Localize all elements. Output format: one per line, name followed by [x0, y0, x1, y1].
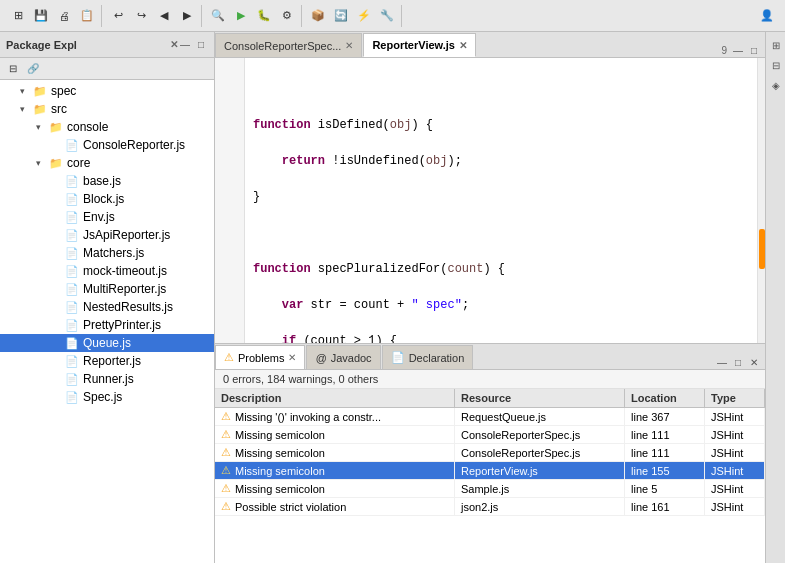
- problem-resource-6: json2.js: [455, 498, 625, 515]
- tree-item-consolereporter[interactable]: ▸ 📄 ConsoleReporter.js: [0, 136, 214, 154]
- code-line-8: if (count > 1) {: [253, 332, 749, 343]
- code-editor[interactable]: function isDefined(obj) { return !isUnde…: [215, 58, 765, 343]
- editor-scrollbar[interactable]: [757, 58, 765, 343]
- code-line-3: return !isUndefined(obj);: [253, 152, 749, 170]
- problems-summary-text: 0 errors, 184 warnings, 0 others: [223, 373, 378, 385]
- problem-row-2[interactable]: ⚠ Missing semicolon ConsoleReporterSpec.…: [215, 426, 765, 444]
- tree-item-matchers[interactable]: ▸ 📄 Matchers.js: [0, 244, 214, 262]
- problem-row-1[interactable]: ⚠ Missing '()' invoking a constr... Requ…: [215, 408, 765, 426]
- copy-btn[interactable]: 📋: [76, 5, 98, 27]
- prev-btn[interactable]: ◀: [153, 5, 175, 27]
- problems-table-header: Description Resource Location Type: [215, 389, 765, 408]
- editor-minimize-btn[interactable]: —: [731, 43, 745, 57]
- package-btn[interactable]: 📦: [307, 5, 329, 27]
- tree-item-runner[interactable]: ▸ 📄 Runner.js: [0, 370, 214, 388]
- code-line-6: function specPluralizedFor(count) {: [253, 260, 749, 278]
- redo-btn[interactable]: ↪: [130, 5, 152, 27]
- mock-timeout-label: mock-timeout.js: [83, 264, 167, 278]
- problem-location-5: line 5: [625, 480, 705, 497]
- tree-item-core[interactable]: ▾ 📁 core: [0, 154, 214, 172]
- profile-btn[interactable]: 👤: [753, 2, 781, 30]
- config-btn[interactable]: ⚙: [276, 5, 298, 27]
- problem-location-3: line 111: [625, 444, 705, 461]
- problem-resource-3: ConsoleReporterSpec.js: [455, 444, 625, 461]
- new-btn[interactable]: ⊞: [7, 5, 29, 27]
- header-description: Description: [215, 389, 455, 407]
- right-sidebar-btn-2[interactable]: ⊟: [767, 56, 785, 74]
- warn-icon-5: ⚠: [221, 482, 231, 495]
- multireporter-file-icon: 📄: [64, 281, 80, 297]
- warn-icon-6: ⚠: [221, 500, 231, 513]
- bottom-maximize-btn[interactable]: □: [731, 355, 745, 369]
- right-sidebar-btn-1[interactable]: ⊞: [767, 36, 785, 54]
- package-explorer-header: Package Expl ✕ — □: [0, 32, 214, 58]
- right-sidebar-btn-3[interactable]: ◈: [767, 76, 785, 94]
- bottom-minimize-btn[interactable]: —: [715, 355, 729, 369]
- next-btn[interactable]: ▶: [176, 5, 198, 27]
- tab-reporterview[interactable]: ReporterView.js ✕: [363, 33, 476, 57]
- tree-item-spec[interactable]: ▾ 📁 spec: [0, 82, 214, 100]
- tab-javadoc[interactable]: @ Javadoc: [306, 345, 380, 369]
- problems-table: Description Resource Location Type ⚠ Mis…: [215, 389, 765, 563]
- prettyprinter-file-icon: 📄: [64, 317, 80, 333]
- tree-item-block[interactable]: ▸ 📄 Block.js: [0, 190, 214, 208]
- link-editor-btn[interactable]: 🔗: [24, 60, 42, 78]
- problem-row-5[interactable]: ⚠ Missing semicolon Sample.js line 5 JSH…: [215, 480, 765, 498]
- tab-reporterview-label: ReporterView.js: [372, 39, 455, 51]
- tree-item-base[interactable]: ▸ 📄 base.js: [0, 172, 214, 190]
- javadoc-tab-icon: @: [315, 352, 326, 364]
- editor-area: ConsoleReporterSpec... ✕ ReporterView.js…: [215, 32, 765, 343]
- src-label: src: [51, 102, 67, 116]
- tree-item-multireporter[interactable]: ▸ 📄 MultiReporter.js: [0, 280, 214, 298]
- editor-maximize-btn[interactable]: □: [747, 43, 761, 57]
- tab-problems[interactable]: ⚠ Problems ✕: [215, 345, 305, 369]
- console-arrow: ▾: [36, 122, 48, 132]
- tree-item-env[interactable]: ▸ 📄 Env.js: [0, 208, 214, 226]
- problem-desc-5: ⚠ Missing semicolon: [215, 480, 455, 497]
- editor-tab-controls: 9 — □: [715, 43, 765, 57]
- tab-consolespec[interactable]: ConsoleReporterSpec... ✕: [215, 33, 362, 57]
- tree-item-nestedresults[interactable]: ▸ 📄 NestedResults.js: [0, 298, 214, 316]
- debug-btn[interactable]: 🐛: [253, 5, 275, 27]
- tree-item-queue[interactable]: ▸ 📄 Queue.js: [0, 334, 214, 352]
- problem-type-6: JSHint: [705, 498, 765, 515]
- spec-label: spec: [51, 84, 76, 98]
- problem-location-2: line 111: [625, 426, 705, 443]
- tree-item-mock-timeout[interactable]: ▸ 📄 mock-timeout.js: [0, 262, 214, 280]
- tree-item-src[interactable]: ▾ 📁 src: [0, 100, 214, 118]
- run-btn[interactable]: ▶: [230, 5, 252, 27]
- tab-consolespec-close[interactable]: ✕: [345, 40, 353, 51]
- search-btn[interactable]: 🔍: [207, 5, 229, 27]
- code-content[interactable]: function isDefined(obj) { return !isUnde…: [245, 58, 757, 343]
- refresh-btn[interactable]: 🔄: [330, 5, 352, 27]
- tree-item-reporter[interactable]: ▸ 📄 Reporter.js: [0, 352, 214, 370]
- tree-item-prettyprinter[interactable]: ▸ 📄 PrettyPrinter.js: [0, 316, 214, 334]
- save-btn[interactable]: 💾: [30, 5, 52, 27]
- bottom-close-btn[interactable]: ✕: [747, 355, 761, 369]
- lightning-btn[interactable]: ⚡: [353, 5, 375, 27]
- print-btn[interactable]: 🖨: [53, 5, 75, 27]
- core-folder-icon: 📁: [48, 155, 64, 171]
- spec-js-label: Spec.js: [83, 390, 122, 404]
- base-file-icon: 📄: [64, 173, 80, 189]
- tab-declaration[interactable]: 📄 Declaration: [382, 345, 474, 369]
- consolereporter-label: ConsoleReporter.js: [83, 138, 185, 152]
- problem-row-4[interactable]: ⚠ Missing semicolon ReporterView.js line…: [215, 462, 765, 480]
- problem-row-6[interactable]: ⚠ Possible strict violation json2.js lin…: [215, 498, 765, 516]
- tree-item-console[interactable]: ▾ 📁 console: [0, 118, 214, 136]
- code-line-7: var str = count + " spec";: [253, 296, 749, 314]
- tree-item-jsapireporter[interactable]: ▸ 📄 JsApiReporter.js: [0, 226, 214, 244]
- problems-tab-close[interactable]: ✕: [288, 352, 296, 363]
- editor-tabs: ConsoleReporterSpec... ✕ ReporterView.js…: [215, 32, 765, 58]
- wrench-btn[interactable]: 🔧: [376, 5, 398, 27]
- nestedresults-label: NestedResults.js: [83, 300, 173, 314]
- problem-row-3[interactable]: ⚠ Missing semicolon ConsoleReporterSpec.…: [215, 444, 765, 462]
- maximize-panel-btn[interactable]: □: [194, 38, 208, 52]
- tab-reporterview-close[interactable]: ✕: [459, 40, 467, 51]
- tree-item-spec-js[interactable]: ▸ 📄 Spec.js: [0, 388, 214, 406]
- reporter-file-icon: 📄: [64, 353, 80, 369]
- minimize-panel-btn[interactable]: —: [178, 38, 192, 52]
- spec-js-file-icon: 📄: [64, 389, 80, 405]
- collapse-all-btn[interactable]: ⊟: [4, 60, 22, 78]
- undo-btn[interactable]: ↩: [107, 5, 129, 27]
